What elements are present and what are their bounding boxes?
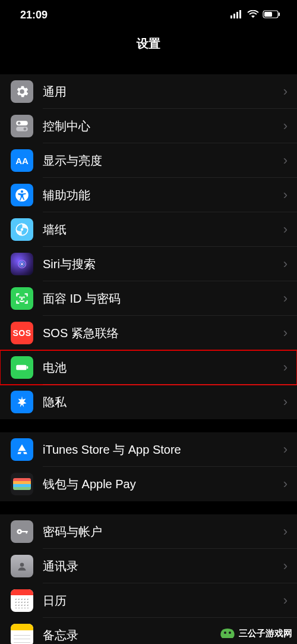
chevron-right-icon: ›: [283, 558, 287, 574]
row-appstore[interactable]: iTunes Store 与 App Store ›: [0, 432, 297, 467]
row-label: 墙纸: [43, 222, 279, 238]
battery-row-icon: [11, 356, 33, 379]
svg-point-8: [18, 122, 21, 125]
svg-rect-0: [230, 15, 232, 18]
chevron-right-icon: ›: [283, 187, 287, 203]
row-general[interactable]: 通用 ›: [0, 74, 297, 109]
row-siri[interactable]: Siri与搜索 ›: [0, 247, 297, 281]
svg-rect-25: [26, 531, 27, 533]
svg-rect-2: [236, 12, 238, 18]
svg-rect-1: [233, 14, 235, 18]
sos-text: SOS: [12, 328, 31, 338]
row-label: 通讯录: [43, 558, 279, 574]
chevron-right-icon: ›: [283, 524, 287, 539]
chevron-right-icon: ›: [283, 593, 287, 608]
chevron-right-icon: ›: [283, 222, 287, 237]
row-label: Siri与搜索: [43, 256, 279, 272]
status-bar: 21:09: [0, 0, 297, 30]
settings-section-main: 通用 › 控制中心 › AA 显示与亮度 › 辅助功能 ›: [0, 74, 297, 419]
row-accessibility[interactable]: 辅助功能 ›: [0, 178, 297, 212]
row-faceid[interactable]: 面容 ID 与密码 ›: [0, 281, 297, 316]
appstore-icon: [11, 438, 33, 461]
svg-point-17: [21, 263, 23, 265]
svg-rect-5: [264, 12, 272, 17]
row-sos[interactable]: SOS SOS 紧急联络 ›: [0, 316, 297, 350]
row-label: 钱包与 Apple Pay: [43, 476, 279, 492]
settings-section-accounts: 密码与帐户 › 通讯录 › 日历 › 备忘录 ›: [0, 514, 297, 644]
row-passwords[interactable]: 密码与帐户 ›: [0, 514, 297, 549]
svg-point-27: [224, 632, 226, 634]
svg-point-28: [229, 632, 231, 634]
row-label: 控制中心: [43, 118, 279, 134]
status-indicators: [230, 9, 280, 21]
row-label: 显示与亮度: [43, 153, 279, 169]
svg-rect-20: [16, 365, 26, 370]
row-label: 日历: [43, 593, 279, 609]
row-label: 面容 ID 与密码: [43, 291, 279, 307]
key-icon: [11, 520, 33, 543]
svg-rect-3: [239, 10, 241, 18]
faceid-icon: [11, 287, 33, 310]
status-time: 21:09: [20, 9, 48, 21]
general-icon: [11, 80, 33, 103]
row-label: 电池: [43, 360, 279, 376]
chevron-right-icon: ›: [283, 360, 287, 375]
watermark-text: 三公子游戏网: [239, 628, 292, 639]
chevron-right-icon: ›: [283, 84, 287, 99]
svg-rect-21: [27, 366, 28, 369]
svg-point-10: [23, 127, 26, 130]
watermark: 三公子游戏网: [219, 626, 292, 640]
row-privacy[interactable]: 隐私 ›: [0, 385, 297, 419]
contacts-icon: [11, 555, 33, 577]
row-label: 通用: [43, 84, 279, 100]
wallpaper-icon: [11, 218, 33, 241]
row-label: SOS 紧急联络: [43, 325, 279, 341]
row-label: 隐私: [43, 394, 279, 410]
row-battery[interactable]: 电池 ›: [0, 350, 297, 385]
row-label: 密码与帐户: [43, 524, 279, 540]
privacy-icon: [11, 391, 33, 413]
settings-section-store: iTunes Store 与 App Store › 钱包与 Apple Pay…: [0, 432, 297, 501]
display-icon: AA: [11, 149, 33, 172]
row-calendar[interactable]: 日历 ›: [0, 583, 297, 618]
svg-point-14: [21, 228, 23, 231]
svg-point-19: [24, 297, 24, 297]
row-wallpaper[interactable]: 墙纸 ›: [0, 212, 297, 247]
display-text: AA: [15, 156, 29, 166]
calendar-icon: [11, 589, 33, 612]
siri-icon: [11, 253, 33, 275]
sos-icon: SOS: [11, 322, 33, 344]
row-label: iTunes Store 与 App Store: [43, 442, 279, 458]
accessibility-icon: [11, 184, 33, 206]
wifi-icon: [247, 9, 259, 21]
svg-point-12: [21, 190, 23, 193]
chevron-right-icon: ›: [283, 118, 287, 134]
chevron-right-icon: ›: [283, 476, 287, 492]
row-wallet[interactable]: 钱包与 Apple Pay ›: [0, 467, 297, 501]
row-control-center[interactable]: 控制中心 ›: [0, 109, 297, 143]
wallet-icon: [11, 473, 33, 495]
row-contacts[interactable]: 通讯录 ›: [0, 549, 297, 583]
page-title: 设置: [0, 30, 297, 61]
chevron-right-icon: ›: [283, 291, 287, 306]
svg-rect-6: [279, 12, 280, 16]
control-center-icon: [11, 115, 33, 137]
chevron-right-icon: ›: [283, 153, 287, 168]
watermark-icon: [219, 626, 236, 640]
row-label: 辅助功能: [43, 187, 279, 203]
row-display[interactable]: AA 显示与亮度 ›: [0, 143, 297, 178]
chevron-right-icon: ›: [283, 442, 287, 457]
cellular-icon: [230, 9, 244, 21]
battery-icon: [263, 9, 280, 21]
chevron-right-icon: ›: [283, 394, 287, 410]
svg-point-18: [20, 297, 20, 297]
svg-point-23: [18, 530, 20, 532]
chevron-right-icon: ›: [283, 256, 287, 272]
notes-icon: [11, 624, 33, 644]
chevron-right-icon: ›: [283, 325, 287, 341]
svg-point-26: [20, 563, 24, 567]
